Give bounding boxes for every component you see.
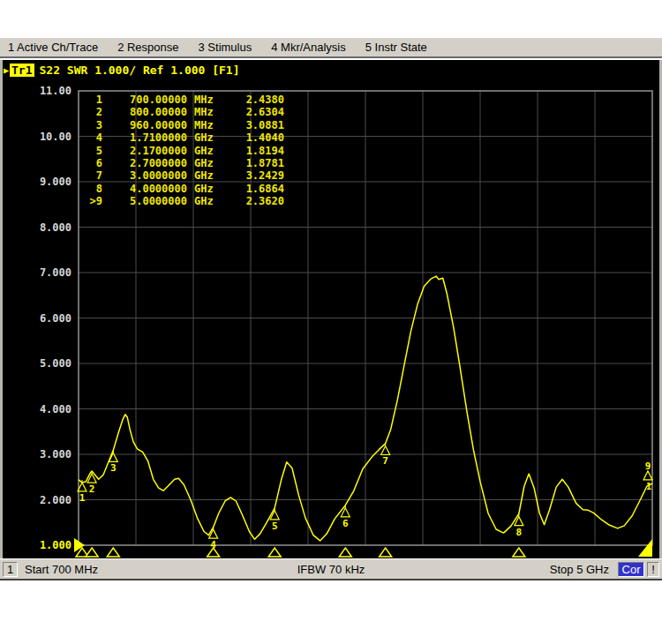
stimulus-marker-2-icon[interactable] — [86, 548, 98, 557]
y-tick-label-11.00: 11.00 — [40, 85, 71, 97]
y-axis-labels: 11.0010.009.0008.0007.0006.0005.0004.000… — [40, 85, 71, 551]
marker-9-triangle-icon — [643, 471, 652, 480]
marker-table: 1700.00000MHz2.43802800.00000MHz2.630439… — [81, 94, 284, 208]
stimulus-marker-7-icon[interactable] — [380, 548, 392, 557]
marker-row-5: 52.1700000GHz1.8194 — [81, 145, 284, 157]
marker-row-2: 2800.00000MHz2.6304 — [81, 106, 284, 118]
svg-text:2: 2 — [89, 483, 95, 495]
status-bar: 1 Start 700 MHz IFBW 70 kHz Stop 5 GHz C… — [0, 558, 662, 580]
svg-text:3: 3 — [110, 462, 117, 474]
stimulus-marker-8-icon[interactable] — [513, 548, 525, 557]
svg-text:8: 8 — [516, 527, 523, 538]
svg-text:7: 7 — [382, 455, 388, 467]
marker-row-7: 73.0000000GHz3.2429 — [81, 169, 284, 182]
stimulus-marker-3-icon[interactable] — [107, 548, 119, 557]
svg-text:5: 5 — [272, 520, 278, 532]
stimulus-marker-5-icon[interactable] — [268, 548, 281, 557]
y-tick-label-7.000: 7.000 — [40, 266, 71, 279]
y-tick-label-10.00: 10.00 — [40, 131, 71, 143]
marker-5-triangle-icon — [270, 511, 279, 520]
marker-row-9: >95.0000000GHz2.3620 — [81, 195, 284, 207]
trace-marker-9[interactable]: 91 — [643, 461, 652, 491]
alert-indicator: ! — [647, 562, 659, 577]
svg-text:1: 1 — [79, 492, 86, 504]
y-tick-label-1.000: 1.000 — [40, 539, 71, 551]
stimulus-marker-9-active-icon[interactable] — [638, 539, 652, 557]
stimulus-marker-4-icon[interactable] — [207, 548, 220, 557]
y-tick-label-4.000: 4.000 — [40, 403, 71, 416]
marker-row-6: 62.7000000GHz1.8781 — [81, 157, 284, 169]
trace-marker-5[interactable]: 5 — [270, 508, 279, 532]
marker-row-8: 84.0000000GHz1.6864 — [81, 183, 284, 195]
stop-frequency-label: Stop 5 GHz — [550, 563, 609, 576]
correction-status-badge: Cor — [618, 562, 644, 577]
svg-text:6: 6 — [342, 518, 349, 529]
y-tick-label-6.000: 6.000 — [40, 312, 71, 325]
y-tick-label-2.000: 2.000 — [40, 494, 71, 506]
marker-row-1: 1700.00000MHz2.4380 — [81, 94, 284, 106]
marker-row-4: 41.7100000GHz1.4040 — [81, 131, 284, 144]
marker-row-3: 3960.00000MHz3.0881 — [81, 119, 284, 131]
y-tick-label-9.000: 9.000 — [40, 176, 71, 188]
stimulus-marker-6-icon[interactable] — [339, 548, 351, 557]
y-tick-label-8.000: 8.000 — [40, 221, 71, 234]
y-tick-label-3.000: 3.000 — [40, 448, 71, 461]
y-tick-label-5.000: 5.000 — [40, 357, 71, 370]
svg-text:1: 1 — [646, 482, 651, 491]
marker-4-triangle-icon — [209, 529, 218, 538]
